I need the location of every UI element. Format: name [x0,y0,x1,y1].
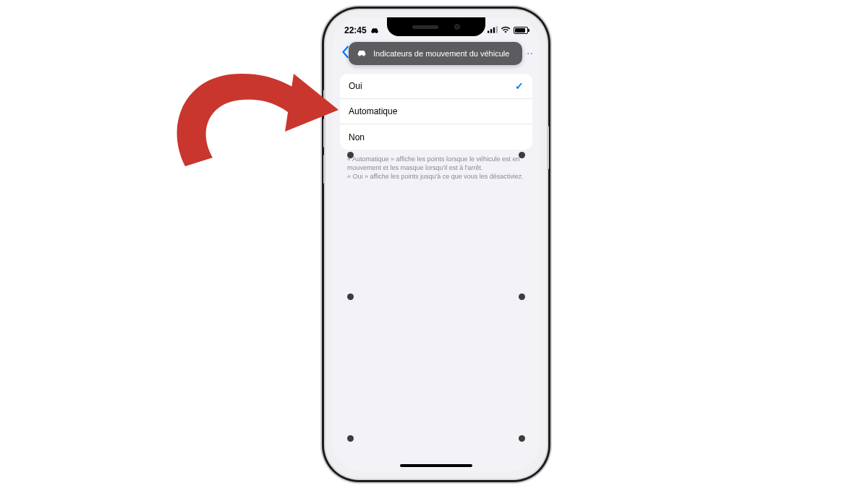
cellular-signal-icon [488,25,498,35]
red-arrow-annotation [165,45,346,189]
speaker-grille [412,25,438,29]
car-icon [370,27,380,34]
motion-dot [519,294,525,300]
tooltip-text: Indicateurs de mouvement du véhicule [373,49,509,58]
motion-dot [519,435,525,442]
option-non[interactable]: Non [340,124,532,150]
motion-dot [347,435,354,442]
svg-rect-3 [496,26,498,33]
battery-icon [514,27,528,34]
svg-rect-2 [493,27,495,33]
footer-help-text: « Automatique » affiche les points lorsq… [347,155,525,181]
status-time: 22:45 [344,25,367,35]
phone-frame: 22:45 [326,10,547,479]
checkmark-icon: ✓ [515,80,524,92]
power-button [547,126,549,169]
wifi-icon [501,25,511,35]
footer-line-2: « Oui » affiche les points jusqu'à ce qu… [347,172,525,181]
notch [387,17,485,36]
more-button[interactable]: .. [527,45,534,56]
motion-dot [519,152,525,158]
car-icon [356,48,367,59]
option-label: Automatique [349,106,397,116]
footer-line-1: « Automatique » affiche les points lorsq… [347,155,525,172]
option-oui[interactable]: Oui ✓ [340,74,532,99]
option-label: Oui [349,81,362,91]
home-indicator[interactable] [400,464,472,467]
title-tooltip: Indicateurs de mouvement du véhicule [349,42,522,65]
motion-dot [347,294,354,300]
options-list: Oui ✓ Automatique Non [340,74,532,150]
option-automatique[interactable]: Automatique [340,99,532,124]
motion-dot [347,152,354,158]
front-camera [454,24,460,30]
screen: 22:45 [333,17,540,471]
option-label: Non [349,132,365,142]
canvas: 22:45 [0,0,868,488]
svg-rect-0 [488,30,489,33]
svg-rect-1 [490,29,492,33]
